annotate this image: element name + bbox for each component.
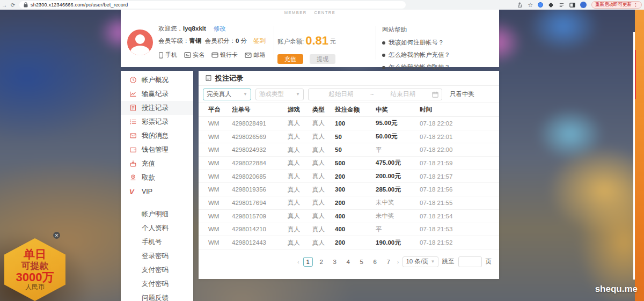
type-cell: 真人 [312, 199, 335, 207]
next-page-icon[interactable]: › [397, 259, 399, 265]
page-button-4[interactable]: 4 [343, 257, 353, 267]
sidebar-item-winloss-record[interactable]: 输赢纪录 [121, 87, 193, 101]
prev-page-icon[interactable]: ‹ [297, 259, 299, 265]
table-row: WM4298020685真人真人200200.00元07-18 21:57 [199, 170, 499, 183]
verify-email[interactable]: 邮箱 [245, 51, 265, 59]
sidebar-item-vip[interactable]: V VIP [121, 185, 193, 199]
chevron-down-icon: ▼ [243, 92, 247, 97]
game-type-select[interactable]: 游戏类型▼ [255, 89, 304, 100]
sidebar-item-secondary[interactable]: 登录密码 [121, 249, 193, 263]
type-cell: 真人 [312, 159, 335, 167]
bet-no-cell: 4298017694 [232, 200, 288, 206]
member-level: 会员等级：青铜 [158, 37, 202, 45]
signin-link[interactable]: 签到 [253, 37, 266, 45]
page-button-7[interactable]: 7 [384, 257, 393, 267]
win-only-toggle[interactable]: 只看中奖 [450, 90, 474, 98]
divider [274, 26, 274, 60]
sidebar-item-secondary[interactable]: 支付密码 [121, 277, 193, 291]
page-button-3[interactable]: 3 [330, 257, 340, 267]
sidebar-item-messages[interactable]: 我的消息 [121, 129, 193, 143]
record-icon [205, 75, 212, 82]
lottery-list-icon [129, 118, 137, 126]
username: lyq8xklt [183, 25, 206, 32]
jump-label: 跳至 [442, 258, 455, 266]
jump-page-input[interactable] [458, 256, 482, 267]
type-cell: 真人 [312, 212, 335, 220]
page-button-5[interactable]: 5 [357, 257, 367, 267]
help-item[interactable]: 我该如何注册帐号？ [382, 39, 495, 47]
page-size-select[interactable]: 10 条/页▼ [402, 256, 438, 267]
sidebar-item-secondary[interactable]: 个人资料 [121, 221, 193, 235]
prize-cell: 285.00元 [376, 186, 420, 194]
forward-icon[interactable]: → [0, 2, 9, 8]
sidebar-item-secondary[interactable]: 帐户明细 [121, 207, 193, 221]
date-range-input[interactable]: 起始日期 ~ 结束日期 [308, 89, 442, 100]
time-cell: 07-18 21:56 [420, 186, 499, 193]
sidebar-item-secondary[interactable]: 支付密码 [121, 263, 193, 277]
page-button-2[interactable]: 2 [317, 257, 326, 267]
extension-badge-icon[interactable] [538, 2, 543, 8]
bullet-icon [382, 66, 385, 69]
side-panel-icon[interactable] [569, 2, 575, 8]
verify-realname[interactable]: 实名 [184, 51, 204, 59]
bookmark-star-icon[interactable]: ☆ [528, 2, 533, 9]
right-strip [635, 0, 644, 301]
game-cell: 真人 [288, 146, 312, 154]
amount-cell: 500 [335, 160, 376, 166]
help-item[interactable]: 怎么给我的帐户充值？ [382, 51, 495, 59]
url-bar[interactable]: sh2300.x12346666.com/pc/user/bet_record [19, 1, 406, 9]
column-header: 平台 [208, 106, 232, 114]
platform-cell: WM [208, 186, 232, 193]
chevron-down-icon: ▼ [431, 259, 435, 264]
recharge-button[interactable]: 充值 [277, 54, 303, 64]
help-title: 网站帮助 [382, 26, 495, 34]
bet-record-icon [129, 104, 137, 112]
amount-cell: 200 [335, 239, 376, 246]
prize-cell: 平 [376, 146, 420, 154]
reload-icon[interactable]: ⟳ [9, 2, 17, 8]
recharge-icon [129, 160, 137, 167]
verify-bankcard[interactable]: 银行卡 [211, 51, 238, 59]
sidebar-item-bet-record[interactable]: 投注记录 [121, 101, 193, 115]
extensions-puzzle-icon[interactable] [548, 2, 554, 8]
column-header: 游戏 [288, 106, 312, 114]
lock-icon [24, 2, 28, 8]
panel-title: 投注记录 [215, 74, 243, 83]
reading-list-icon[interactable] [559, 2, 565, 8]
sidebar-item-withdraw[interactable]: 取款 [121, 171, 193, 185]
bet-no-cell: 4298022884 [232, 160, 288, 166]
balance-label: 账户余额: [277, 38, 304, 45]
message-icon [129, 132, 137, 140]
platform-select[interactable]: 完美真人▼ [203, 89, 251, 100]
wallet-icon [129, 146, 137, 153]
menu-kebab-icon[interactable]: ⋮ [633, 3, 638, 8]
page-list: 1234567 [303, 257, 393, 267]
sidebar-item-account-overview[interactable]: 帐户概况 [121, 73, 193, 87]
table-row: WM4298017694真人真人200未中奖07-18 21:55 [199, 196, 499, 210]
withdraw-button[interactable]: 提现 [310, 54, 335, 64]
help-item[interactable]: 怎么给我的帐户取款？ [382, 63, 495, 71]
sidebar-item-recharge[interactable]: 充值 [121, 157, 193, 171]
sidebar-item-secondary[interactable]: 手机号 [121, 235, 193, 249]
share-icon[interactable] [517, 2, 523, 8]
sidebar-item-wallet[interactable]: 钱包管理 [121, 143, 193, 157]
member-centre-label: MEMBER CENTRE [121, 10, 499, 15]
bet-no-cell: 4298026569 [232, 134, 288, 140]
page-button-6[interactable]: 6 [370, 257, 380, 267]
edit-profile-link[interactable]: 修改 [214, 25, 226, 33]
amount-cell: 200 [335, 200, 376, 206]
time-cell: 07-18 22:02 [420, 120, 499, 127]
platform-cell: WM [208, 160, 232, 166]
chevron-down-icon: ▼ [296, 92, 300, 97]
profile-avatar-icon[interactable] [580, 2, 587, 8]
update-button[interactable]: 重新启动即可更新 ⋮ [591, 1, 642, 9]
promo-close-icon[interactable]: ✕ [53, 232, 60, 239]
sidebar-item-lottery-record[interactable]: 彩票记录 [121, 115, 193, 129]
calendar-icon [432, 91, 438, 98]
verify-phone[interactable]: 手机 [158, 51, 177, 59]
table-row: WM4298028491真人真人10095.00元07-18 22:02 [199, 117, 499, 130]
page-button-1[interactable]: 1 [303, 257, 313, 267]
sidebar-item-secondary[interactable]: 问题反馈 [121, 291, 193, 301]
type-cell: 真人 [312, 186, 335, 194]
promo-line3: 3000万 [16, 271, 54, 284]
